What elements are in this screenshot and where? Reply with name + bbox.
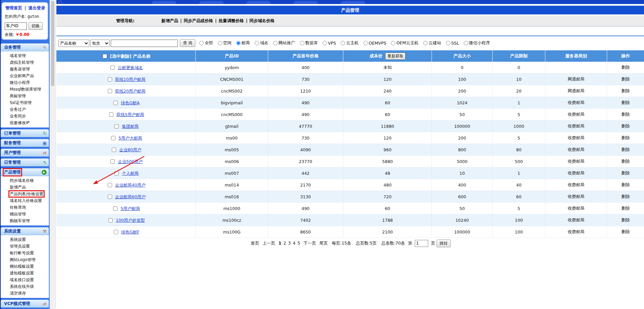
row-checkbox[interactable]: [108, 89, 112, 93]
category-radio[interactable]: 数据库: [300, 40, 318, 46]
row-checkbox[interactable]: [108, 183, 112, 187]
category-radio[interactable]: 云主机: [341, 40, 359, 46]
category-radio-input[interactable]: [341, 41, 345, 45]
category-radio[interactable]: 云建站: [423, 40, 441, 46]
page-number[interactable]: 4: [293, 241, 295, 246]
select-all-checkbox[interactable]: [103, 54, 107, 58]
select-delete-label[interactable]: [选中删除]: [110, 54, 132, 59]
category-radio-input[interactable]: [363, 41, 368, 45]
delete-link[interactable]: 删除: [622, 135, 630, 140]
product-name-link[interactable]: 双线10用户邮局: [115, 77, 146, 82]
sidebar-item[interactable]: 业务过户: [1, 106, 49, 113]
category-radio-input[interactable]: [300, 41, 304, 45]
first-page-link[interactable]: 首页: [251, 241, 259, 246]
product-name-link[interactable]: 5用户大邮局: [118, 136, 142, 141]
sidebar-item[interactable]: 网站Logo管理: [1, 256, 49, 263]
category-radio[interactable]: 邮局: [236, 40, 250, 46]
sidebar-item[interactable]: 域名接口设置: [1, 276, 49, 283]
goto-button[interactable]: 跳转: [437, 240, 451, 247]
sidebar-item[interactable]: 商标管理: [1, 93, 49, 99]
product-name-link[interactable]: 集团邮局: [122, 124, 139, 129]
sidebar-item[interactable]: Mssql数据库管理: [1, 86, 49, 93]
sidebar-item[interactable]: 微信小程序: [1, 79, 49, 86]
delete-link[interactable]: 删除: [622, 170, 630, 175]
match-select[interactable]: 包含: [90, 40, 110, 47]
sidebar-item[interactable]: 企业邮局产品: [1, 72, 49, 79]
product-name-link[interactable]: 双线5用户邮局: [116, 112, 144, 117]
delete-link[interactable]: 删除: [622, 76, 630, 82]
delete-link[interactable]: 删除: [622, 159, 630, 164]
refresh-cost-button[interactable]: 重新获取: [385, 53, 405, 60]
product-name-link[interactable]: 个人邮局: [122, 171, 139, 176]
category-radio-input[interactable]: [391, 41, 395, 45]
admin-home-link[interactable]: 管理首页: [5, 5, 22, 10]
sidebar-item[interactable]: 购物车管理: [1, 217, 49, 224]
sidebar-section-header[interactable]: 订单管理 ↻: [1, 129, 49, 137]
sidebar-item[interactable]: 网站模板设置: [1, 263, 49, 270]
sidebar-item[interactable]: 银行帐号设置: [1, 250, 49, 256]
delete-link[interactable]: 删除: [622, 100, 630, 105]
product-name-link[interactable]: 绿色G邮F: [121, 229, 139, 235]
field-select[interactable]: 产品名称: [58, 40, 89, 47]
sidebar-item[interactable]: 新增产品: [1, 184, 49, 191]
sidebar-section-header[interactable]: 财务管理 ▣: [1, 139, 49, 147]
category-radio-input[interactable]: [464, 41, 468, 45]
sidebar-item[interactable]: 系统在线升级: [1, 283, 49, 290]
sidebar-item[interactable]: 清空缓存: [1, 290, 49, 297]
page-number[interactable]: 5: [297, 241, 300, 246]
category-radio[interactable]: 域名: [255, 40, 268, 46]
sidebar-section-header[interactable]: 用户管理 ⇄: [1, 149, 49, 157]
prev-page-link[interactable]: 上一页: [262, 241, 275, 246]
row-checkbox[interactable]: [114, 230, 118, 234]
row-checkbox[interactable]: [114, 124, 119, 128]
sidebar-section-header[interactable]: 系统设置 ⚒: [1, 227, 49, 235]
category-radio[interactable]: SSL: [446, 41, 459, 46]
product-name-link[interactable]: 双线20用户邮局: [115, 89, 146, 94]
sidebar-item[interactable]: 域名管理: [1, 52, 49, 59]
category-radio[interactable]: OEMVPS: [363, 41, 387, 46]
row-checkbox[interactable]: [111, 136, 115, 140]
sidebar-item[interactable]: 虚拟主机管理: [1, 59, 49, 66]
delete-link[interactable]: 删除: [622, 229, 630, 234]
product-name-link[interactable]: 5用户邮局: [120, 206, 140, 211]
delete-link[interactable]: 删除: [622, 206, 630, 211]
sidebar-item[interactable]: 服务器管理: [1, 66, 49, 72]
sidebar-section-header[interactable]: 日常管理 ✎: [1, 158, 49, 166]
delete-link[interactable]: 删除: [622, 65, 630, 70]
sidebar-scrollbar[interactable]: [50, 0, 56, 309]
category-radio-input[interactable]: [423, 41, 428, 45]
next-page-link[interactable]: 下一页: [303, 241, 316, 246]
sidebar-section-header[interactable]: VCP模式管理 ⇄: [1, 300, 49, 308]
delete-link[interactable]: 删除: [622, 182, 630, 187]
row-checkbox[interactable]: [108, 77, 112, 82]
product-name-link[interactable]: 绿色G邮A: [121, 100, 140, 105]
delete-link[interactable]: 删除: [622, 217, 630, 222]
sidebar-item[interactable]: 业务同步: [1, 113, 49, 119]
category-radio[interactable]: 全部: [199, 40, 213, 46]
category-radio-input[interactable]: [273, 41, 278, 45]
keyword-input[interactable]: [111, 40, 178, 47]
row-checkbox[interactable]: [108, 195, 112, 199]
product-name-link[interactable]: 云邮更换域名: [118, 65, 143, 70]
sidebar-item[interactable]: 同步域名价格: [1, 177, 49, 184]
sidebar-item[interactable]: 域名转入价格设置: [1, 197, 49, 204]
sidebar-section-header[interactable]: 业务管理 ✎: [1, 43, 49, 51]
product-name-link[interactable]: 企业邮局60用户: [115, 194, 146, 199]
delete-link[interactable]: 删除: [622, 147, 630, 152]
category-radio[interactable]: 微信小程序: [464, 40, 490, 46]
page-number[interactable]: 3: [288, 241, 291, 246]
row-checkbox[interactable]: [108, 218, 113, 222]
category-radio-input[interactable]: [323, 41, 327, 45]
row-checkbox[interactable]: [114, 171, 119, 175]
delete-link[interactable]: 删除: [622, 88, 630, 93]
page-number[interactable]: 1: [279, 241, 282, 246]
nav-link[interactable]: 批量调整价格: [219, 18, 244, 23]
client-id-input[interactable]: [5, 22, 27, 30]
sidebar-item[interactable]: 赠品管理: [1, 211, 49, 217]
delete-link[interactable]: 删除: [622, 123, 630, 128]
query-button[interactable]: 查 询: [180, 39, 195, 47]
sidebar-item[interactable]: 批量修改IP: [1, 119, 49, 126]
category-radio-input[interactable]: [255, 41, 259, 45]
sidebar-item[interactable]: Ssl证书管理: [1, 99, 49, 106]
category-radio[interactable]: 网站推广: [273, 40, 295, 46]
